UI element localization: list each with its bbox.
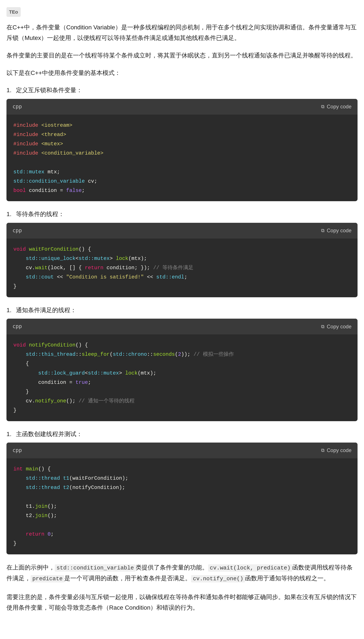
copy-button-1[interactable]: ⧉ Copy code	[321, 104, 352, 110]
code-header-4: cpp ⧉ Copy code	[6, 443, 358, 458]
inline-code-3: predicate	[30, 575, 64, 582]
copy-button-4[interactable]: ⧉ Copy code	[321, 447, 352, 453]
section3-num: 1.	[6, 305, 16, 315]
section1-num: 1.	[6, 85, 16, 95]
section1-text: 定义互斥锁和条件变量：	[16, 85, 82, 95]
section4-label: 1. 主函数创建线程并测试：	[6, 429, 358, 439]
inline-code-1: std::condition_variable	[55, 564, 136, 572]
code-body-4: int main() { std::thread t1(waitForCondi…	[6, 458, 358, 554]
bottom-para1: 在上面的示例中，std::condition_variable类提供了条件变量的…	[6, 562, 358, 584]
copy-icon-2: ⧉	[321, 228, 324, 233]
copy-label-4: Copy code	[327, 447, 352, 453]
code-body-2: void waitForCondition() { std::unique_lo…	[6, 238, 358, 297]
code-body-3: void notifyCondition() { std::this_threa…	[6, 335, 358, 421]
code-block-2: cpp ⧉ Copy code void waitForCondition() …	[6, 223, 358, 297]
copy-icon-4: ⧉	[321, 448, 324, 453]
section2-num: 1.	[6, 209, 16, 219]
code-block-4: cpp ⧉ Copy code int main() { std::thread…	[6, 443, 358, 554]
intro-para3: 以下是在C++中使用条件变量的基本模式：	[6, 68, 358, 78]
copy-label-3: Copy code	[327, 324, 352, 330]
section4-text: 主函数创建线程并测试：	[16, 429, 82, 439]
copy-button-2[interactable]: ⧉ Copy code	[321, 227, 352, 234]
code-lang-1: cpp	[12, 102, 22, 111]
section2-label: 1. 等待条件的线程：	[6, 209, 358, 219]
copy-icon-1: ⧉	[321, 104, 324, 109]
inline-code-2: cv.wait(lock, predicate)	[208, 564, 292, 572]
section3-text: 通知条件满足的线程：	[16, 305, 76, 315]
code-body-1: #include <iostream> #include <thread> #i…	[6, 115, 358, 201]
code-lang-3: cpp	[12, 322, 22, 331]
intro-para2: 条件变量的主要目的是在一个线程等待某个条件成立时，将其置于休眠状态，直到另一个线…	[6, 50, 358, 61]
copy-label-2: Copy code	[327, 227, 352, 234]
copy-label-1: Copy code	[327, 104, 352, 110]
intro-para1: 在C++中，条件变量（Condition Variable）是一种多线程编程的同…	[6, 22, 358, 43]
code-header-2: cpp ⧉ Copy code	[6, 223, 358, 238]
section2-text: 等待条件的线程：	[16, 209, 64, 219]
code-header-3: cpp ⧉ Copy code	[6, 319, 358, 335]
section3-label: 1. 通知条件满足的线程：	[6, 305, 358, 315]
code-lang-4: cpp	[12, 446, 22, 455]
section1-label: 1. 定义互斥锁和条件变量：	[6, 85, 358, 95]
teo-badge: TEo	[6, 7, 21, 17]
code-block-1: cpp ⧉ Copy code #include <iostream> #inc…	[6, 99, 358, 201]
inline-code-4: cv.notify_one()	[191, 575, 245, 582]
bottom-para2: 需要注意的是，条件变量必须与互斥锁一起使用，以确保线程在等待条件和通知条件时都能…	[6, 592, 358, 613]
section4-num: 1.	[6, 429, 16, 439]
code-header-1: cpp ⧉ Copy code	[6, 99, 358, 115]
copy-button-3[interactable]: ⧉ Copy code	[321, 324, 352, 330]
copy-icon-3: ⧉	[321, 324, 324, 330]
code-lang-2: cpp	[12, 226, 22, 235]
code-block-3: cpp ⧉ Copy code void notifyCondition() {…	[6, 319, 358, 421]
